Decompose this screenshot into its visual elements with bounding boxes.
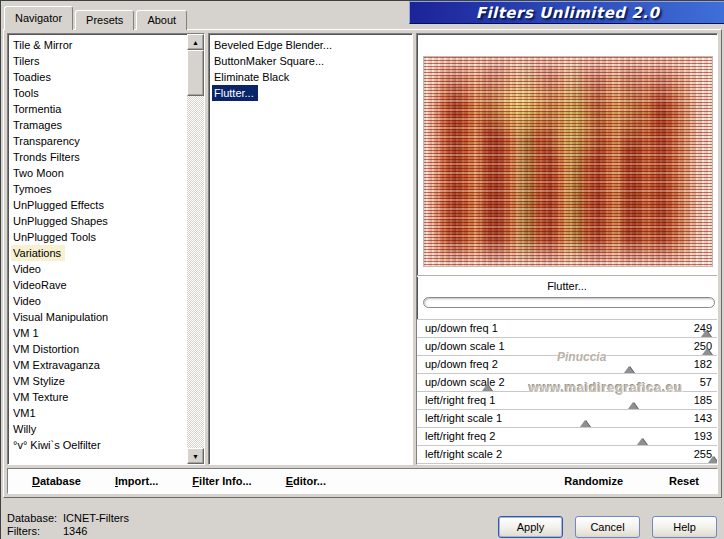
category-item[interactable]: VM 1	[8, 325, 187, 341]
param-label: left/right scale 1	[425, 412, 502, 424]
category-item[interactable]: VM Texture	[8, 389, 187, 405]
filter-info-button[interactable]: Filter Info...	[192, 475, 251, 487]
category-item-label: Tilers	[11, 53, 43, 69]
param-row[interactable]: up/down scale 257	[417, 374, 717, 392]
category-item-label: VideoRave	[11, 277, 71, 293]
dialog-buttons: Apply Cancel Help	[498, 516, 717, 538]
category-item[interactable]: Video	[8, 261, 187, 277]
filter-item[interactable]: Eliminate Black	[209, 69, 412, 85]
param-label: up/down scale 2	[425, 376, 505, 388]
filter-item-label: Flutter...	[212, 85, 258, 101]
filter-item[interactable]: ButtonMaker Square...	[209, 53, 412, 69]
filter-item-label: ButtonMaker Square...	[212, 53, 328, 69]
category-item-label: Tile & Mirror	[11, 37, 76, 53]
category-item[interactable]: VM Stylize	[8, 373, 187, 389]
category-item-label: Tronds Filters	[11, 149, 84, 165]
filter-list: Beveled Edge Blender...ButtonMaker Squar…	[209, 34, 412, 101]
filters-unlimited-window: NavigatorPresetsAbout Filters Unlimited …	[0, 0, 724, 539]
category-item[interactable]: VM Distortion	[8, 341, 187, 357]
apply-button[interactable]: Apply	[498, 516, 563, 538]
preview-image[interactable]	[423, 56, 713, 267]
tab-about[interactable]: About	[136, 10, 187, 30]
selected-filter-label: Flutter...	[423, 280, 711, 293]
slider-thumb-icon[interactable]	[628, 402, 638, 409]
category-item[interactable]: Toadies	[8, 69, 187, 85]
category-item[interactable]: Tymoes	[8, 181, 187, 197]
category-item[interactable]: UnPlugged Tools	[8, 229, 187, 245]
category-item[interactable]: Tramages	[8, 117, 187, 133]
tab-presets[interactable]: Presets	[75, 10, 134, 30]
filter-item[interactable]: Flutter...	[209, 85, 412, 101]
param-value: 57	[700, 376, 712, 388]
category-item-label: UnPlugged Shapes	[11, 213, 112, 229]
param-row[interactable]: up/down freq 1249	[417, 320, 717, 338]
category-item-label: Tramages	[11, 117, 66, 133]
category-item[interactable]: Variations	[8, 245, 187, 261]
category-item[interactable]: VM1	[8, 405, 187, 421]
slider-thumb-icon[interactable]	[702, 348, 712, 355]
scroll-down-button[interactable]: ▼	[187, 448, 204, 464]
help-button[interactable]: Help	[652, 516, 717, 538]
category-item[interactable]: °v° Kiwi`s Oelfilter	[8, 437, 187, 453]
cancel-button[interactable]: Cancel	[575, 516, 640, 538]
database-value: ICNET-Filters	[63, 512, 129, 524]
category-item[interactable]: Tronds Filters	[8, 149, 187, 165]
category-item[interactable]: Tormentia	[8, 101, 187, 117]
separator-line	[417, 275, 717, 277]
category-item-label: Variations	[11, 245, 65, 261]
category-item-label: Tormentia	[11, 101, 65, 117]
category-item-label: VM 1	[11, 325, 43, 341]
category-item-label: VM Texture	[11, 389, 72, 405]
slider-thumb-icon[interactable]	[701, 330, 711, 337]
category-item[interactable]: UnPlugged Shapes	[8, 213, 187, 229]
category-scrollbar[interactable]: ▲ ▼	[187, 34, 204, 464]
category-item[interactable]: Willy	[8, 421, 187, 437]
scrollbar-thumb[interactable]	[187, 50, 204, 96]
category-item[interactable]: VideoRave	[8, 277, 187, 293]
category-item-label: VM Distortion	[11, 341, 83, 357]
category-item[interactable]: UnPlugged Effects	[8, 197, 187, 213]
category-item[interactable]: Visual Manipulation	[8, 309, 187, 325]
scrollbar-track[interactable]	[187, 50, 204, 448]
param-row[interactable]: up/down scale 1250	[417, 338, 717, 356]
param-row[interactable]: left/right freq 2193	[417, 428, 717, 446]
category-item[interactable]: Two Moon	[8, 165, 187, 181]
tab-navigator[interactable]: Navigator	[4, 6, 73, 30]
param-label: left/right freq 2	[425, 430, 495, 442]
category-item[interactable]: Transparency	[8, 133, 187, 149]
category-item-label: °v° Kiwi`s Oelfilter	[11, 437, 105, 453]
slider-thumb-icon[interactable]	[580, 420, 590, 427]
toolbar-left-group: Database Import... Filter Info... Editor…	[32, 475, 326, 487]
param-row[interactable]: left/right scale 2255	[417, 446, 717, 464]
category-item[interactable]: Video	[8, 293, 187, 309]
title-banner: Filters Unlimited 2.0	[409, 1, 724, 24]
slider-thumb-icon[interactable]	[482, 384, 492, 391]
category-item[interactable]: Tile & Mirror	[8, 37, 187, 53]
category-item-label: Video	[11, 293, 45, 309]
param-value: 143	[694, 412, 712, 424]
category-item[interactable]: Tilers	[8, 53, 187, 69]
slider-thumb-icon[interactable]	[624, 366, 634, 373]
editor-button[interactable]: Editor...	[286, 475, 326, 487]
category-listbox: Tile & MirrorTilersToadiesToolsTormentia…	[7, 33, 205, 465]
filter-item[interactable]: Beveled Edge Blender...	[209, 37, 412, 53]
filter-item-label: Beveled Edge Blender...	[212, 37, 336, 53]
scroll-up-button[interactable]: ▲	[187, 34, 204, 50]
category-item[interactable]: Tools	[8, 85, 187, 101]
param-label: up/down freq 2	[425, 358, 498, 370]
randomize-button[interactable]: Randomize	[564, 475, 623, 487]
import-button[interactable]: Import...	[115, 475, 158, 487]
slider-thumb-icon[interactable]	[637, 438, 647, 445]
database-status-line: Database:ICNET-Filters	[7, 512, 129, 525]
param-row[interactable]: up/down freq 2182	[417, 356, 717, 374]
database-button[interactable]: Database	[32, 475, 81, 487]
category-item-label: Willy	[11, 421, 40, 437]
param-row[interactable]: left/right freq 1185	[417, 392, 717, 410]
param-row[interactable]: left/right scale 1143	[417, 410, 717, 428]
category-item-label: Video	[11, 261, 45, 277]
category-item[interactable]: VM Extravaganza	[8, 357, 187, 373]
reset-button[interactable]: Reset	[669, 475, 699, 487]
category-item-label: Two Moon	[11, 165, 68, 181]
slider-thumb-icon[interactable]	[708, 456, 718, 463]
param-label: up/down freq 1	[425, 322, 498, 334]
